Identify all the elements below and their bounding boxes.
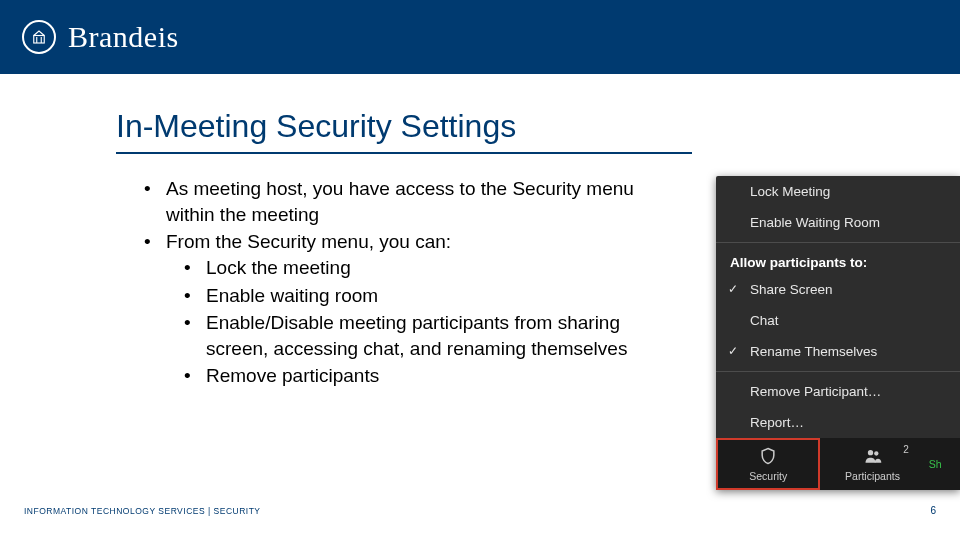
sub-bullet-item: Enable/Disable meeting participants from…	[178, 310, 658, 361]
seal-icon	[22, 20, 56, 54]
svg-rect-0	[34, 36, 45, 44]
brand-name: Brandeis	[68, 20, 179, 54]
sub-bullet-item: Remove participants	[178, 363, 658, 389]
menu-item-report[interactable]: Report…	[716, 407, 960, 438]
toolbar-label: Sh	[929, 458, 942, 470]
slide-title: In-Meeting Security Settings	[116, 108, 516, 145]
shield-icon	[758, 446, 778, 468]
svg-point-4	[874, 451, 878, 455]
toolbar-security-button[interactable]: Security	[716, 438, 820, 490]
slide: Brandeis In-Meeting Security Settings As…	[0, 0, 960, 540]
header-bar: Brandeis	[0, 0, 960, 74]
sub-bullet-item: Lock the meeting	[178, 255, 658, 281]
toolbar-label: Participants	[845, 470, 900, 482]
menu-section-header: Allow participants to:	[716, 247, 960, 274]
toolbar-share-button[interactable]: Sh	[925, 438, 960, 490]
menu-item-lock-meeting[interactable]: Lock Meeting	[716, 176, 960, 207]
menu-item-remove-participant[interactable]: Remove Participant…	[716, 376, 960, 407]
zoom-security-menu: Lock Meeting Enable Waiting Room Allow p…	[716, 176, 960, 490]
people-icon	[863, 446, 883, 468]
sub-bullet-item: Enable waiting room	[178, 283, 658, 309]
menu-separator	[716, 242, 960, 243]
bullet-item: From the Security menu, you can: Lock th…	[138, 229, 658, 389]
svg-point-3	[867, 450, 872, 455]
menu-item-rename[interactable]: Rename Themselves	[716, 336, 960, 367]
participant-count-badge: 2	[903, 444, 909, 455]
body-content: As meeting host, you have access to the …	[138, 176, 658, 391]
page-number: 6	[930, 505, 936, 516]
menu-separator	[716, 371, 960, 372]
toolbar-label: Security	[749, 470, 787, 482]
title-underline	[116, 152, 692, 154]
footer-text: INFORMATION TECHNOLOGY SERVICES | SECURI…	[24, 506, 261, 516]
menu-item-chat[interactable]: Chat	[716, 305, 960, 336]
brand-logo: Brandeis	[22, 20, 179, 54]
bullet-item: As meeting host, you have access to the …	[138, 176, 658, 227]
toolbar-participants-button[interactable]: 2 Participants	[820, 438, 924, 490]
menu-item-enable-waiting-room[interactable]: Enable Waiting Room	[716, 207, 960, 238]
menu-item-share-screen[interactable]: Share Screen	[716, 274, 960, 305]
zoom-toolbar: Security 2 Participants Sh	[716, 438, 960, 490]
bullet-text: From the Security menu, you can:	[166, 231, 451, 252]
